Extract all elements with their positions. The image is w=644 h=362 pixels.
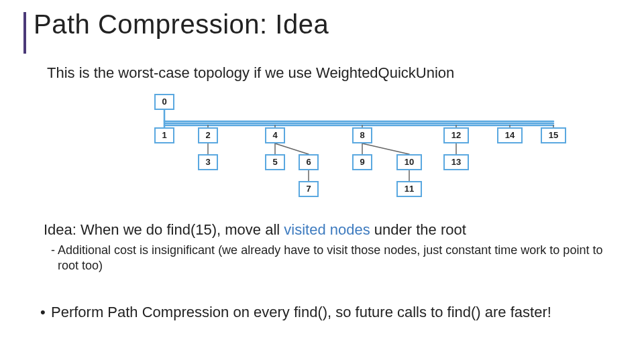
node-10: 10 [396, 154, 422, 170]
idea-line: Idea: When we do find(15), move all visi… [44, 221, 466, 239]
svg-line-16 [362, 143, 409, 154]
node-11: 11 [396, 181, 422, 197]
node-12: 12 [443, 127, 469, 143]
node-14: 14 [497, 127, 523, 143]
node-6: 6 [299, 154, 319, 170]
node-13: 13 [443, 154, 469, 170]
tree-diagram: 0 1 2 3 4 5 6 7 8 9 10 11 12 13 14 15 [0, 94, 644, 211]
slide-title: Path Compression: Idea [34, 9, 329, 40]
bullet-compress: Perform Path Compression on every find()… [51, 303, 624, 322]
slide-subtitle: This is the worst-case topology if we us… [47, 64, 454, 82]
node-0: 0 [154, 94, 174, 110]
node-4: 4 [265, 127, 285, 143]
node-1: 1 [154, 127, 174, 143]
slide: Path Compression: Idea This is the worst… [0, 0, 644, 362]
idea-highlight: visited nodes [284, 221, 370, 238]
node-7: 7 [299, 181, 319, 197]
title-accent [23, 12, 26, 54]
node-5: 5 [265, 154, 285, 170]
node-9: 9 [352, 154, 372, 170]
idea-suffix: under the root [370, 221, 466, 238]
node-8: 8 [352, 127, 372, 143]
node-2: 2 [198, 127, 218, 143]
node-3: 3 [198, 154, 218, 170]
tree-edges [0, 94, 644, 215]
idea-note: - Additional cost is insignificant (we a… [51, 243, 624, 273]
svg-line-13 [275, 143, 309, 154]
node-15: 15 [541, 127, 566, 143]
idea-prefix: Idea: When we do find(15), move all [44, 221, 284, 238]
